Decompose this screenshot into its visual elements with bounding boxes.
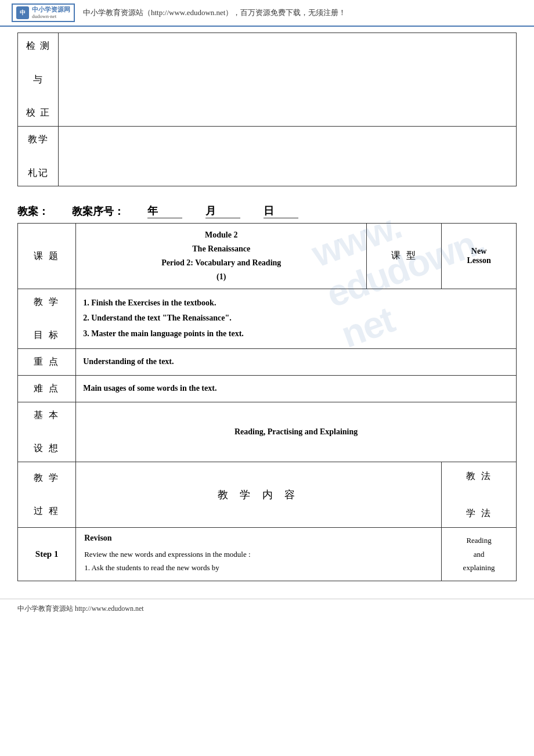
main-section: 课 题 Module 2 The Renaissance Period 2: V…: [0, 223, 534, 592]
jiaoan-label: 教案：: [17, 204, 49, 218]
logo-text-block: 中小学资源网 dudown·net: [32, 6, 70, 20]
objective-1: 1. Finish the Exercises in the textbook.: [83, 298, 216, 307]
jiaoxue-content: [59, 126, 517, 186]
step1-method: Readingandexplaining: [442, 527, 517, 581]
jiaoan-nian: 年: [147, 204, 182, 218]
top-section: 检 测与校 正 教学札记: [0, 27, 534, 186]
objective-2: 2. Understand the text "The Renaissance"…: [83, 314, 232, 322]
logo-en: dudown·net: [32, 13, 70, 20]
module-line3: Period 2: Vocabulary and Reading: [161, 258, 281, 267]
lesson-table: 课 题 Module 2 The Renaissance Period 2: V…: [17, 223, 517, 581]
jiaoxue-label: 教学札记: [18, 126, 59, 186]
jiance-content: [59, 33, 517, 126]
guocheng-label: 教 学过 程: [18, 462, 76, 527]
module-line4: (1): [217, 272, 226, 281]
nandian-content: Main usages of some words in the text.: [76, 375, 517, 402]
header-description: 中小学教育资源站（http://www.edudown.net），百万资源免费下…: [83, 8, 346, 18]
jiaoan-ri: 日: [264, 204, 298, 218]
nandian-label: 难 点: [18, 375, 76, 402]
keti-label: 课 题: [18, 224, 76, 289]
lesson-type: NewLesson: [442, 224, 517, 289]
objectives-row: 教 学目 标 1. Finish the Exercises in the te…: [18, 289, 517, 348]
jiben-label: 基 本设 想: [18, 402, 76, 462]
kelei-label: 课 型: [367, 224, 442, 289]
step1-content-cell: Revison Review the new words and express…: [76, 527, 442, 581]
guocheng-content-header: 教 学 内 容: [76, 462, 442, 527]
jiaoan-xuhao-label: 教案序号：: [72, 204, 124, 218]
jiance-label: 检 测与校 正: [18, 33, 59, 126]
step1-title: Revison: [84, 534, 433, 543]
header: 中 中小学资源网 dudown·net 中小学教育资源站（http://www.…: [0, 0, 534, 27]
nandian-row: 难 点 Main usages of some words in the tex…: [18, 375, 517, 402]
jiaof-label: 教 法学 法: [442, 462, 517, 527]
module-info-cell: Module 2 The Renaissance Period 2: Vocab…: [76, 224, 367, 289]
objectives-content: 1. Finish the Exercises in the textbook.…: [76, 289, 517, 348]
jiaoan-yue: 月: [205, 204, 240, 218]
step1-body: Review the new words and expressions in …: [84, 548, 433, 575]
logo-box: 中 中小学资源网 dudown·net: [12, 3, 75, 22]
objective-3: 3. Master the main language points in th…: [83, 329, 244, 338]
jiben-content: Reading, Practising and Explaining: [76, 402, 517, 462]
guocheng-header-row: 教 学过 程 教 学 内 容 教 法学 法: [18, 462, 517, 527]
logo-cn: 中小学资源网: [32, 6, 70, 13]
step1-row: Step 1 Revison Review the new words and …: [18, 527, 517, 581]
objectives-label: 教 学目 标: [18, 289, 76, 348]
footer: 中小学教育资源站 http://www.edudown.net: [0, 599, 534, 618]
jiben-row: 基 本设 想 Reading, Practising and Explainin…: [18, 402, 517, 462]
step1-label: Step 1: [18, 527, 76, 581]
zhongdian-label: 重 点: [18, 348, 76, 375]
table-row: 教学札记: [18, 126, 517, 186]
jiaoan-section: 教案： 教案序号： 年 月 日: [0, 186, 534, 223]
footer-text: 中小学教育资源站 http://www.edudown.net: [17, 604, 144, 613]
logo-icon-text: 中: [20, 9, 26, 17]
module-line1: Module 2: [205, 231, 237, 239]
zhongdian-content: Understanding of the text.: [76, 348, 517, 375]
module-line2: The Renaissance: [192, 244, 250, 253]
keti-row: 课 题 Module 2 The Renaissance Period 2: V…: [18, 224, 517, 289]
zhongdian-row: 重 点 Understanding of the text.: [18, 348, 517, 375]
logo-icon: 中: [16, 6, 29, 19]
table-row: 检 测与校 正: [18, 33, 517, 126]
check-table: 检 测与校 正 教学札记: [17, 33, 517, 186]
